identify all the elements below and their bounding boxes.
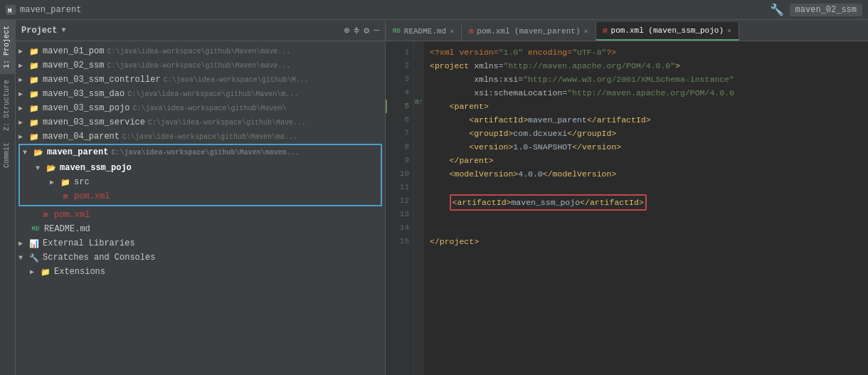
tree-item-path: C:\java\idea-workspace\github\Maven\mave… (111, 149, 299, 157)
sidebar-item-commit[interactable]: Commit (0, 137, 15, 174)
tab-pom-pojo[interactable]: m pom.xml (maven_ssm_pojo) ✕ (596, 22, 739, 41)
line-num-2: 2 (386, 59, 409, 73)
tree-item-label: Scratches and Consoles (43, 253, 155, 263)
settings-icon[interactable]: ⚙ (364, 25, 369, 36)
tree-item-path: C:\java\idea-workspace\github\Maven\mave… (107, 48, 290, 56)
tree-item-pom-parent[interactable]: m pom.xml (16, 208, 385, 222)
code-content[interactable]: <?xml version="1.0" encoding="UTF-8"?> <… (424, 41, 868, 375)
tree-item-src[interactable]: ▶ 📁 src (21, 175, 379, 189)
tree-item-label: maven_ssm_pojo (60, 163, 132, 173)
expand-arrow-icon: ▶ (18, 239, 28, 248)
folder-open-icon: 📂 (46, 162, 57, 174)
maven-file-icon: m (60, 191, 71, 202)
tree-item-path: C:\java\idea-workspace\github\Maven\ (132, 105, 286, 112)
line-num-12: 12 (386, 194, 409, 208)
tree-item-label: maven_parent (47, 147, 108, 157)
tab-pom-parent[interactable]: m pom.xml (maven_parent) ✕ (462, 22, 596, 41)
tree-item-label: maven_02_ssm (43, 60, 104, 70)
title-bar: M maven_parent 🔧 maven_02_ssm (0, 0, 868, 20)
tree-item-label: README.md (44, 224, 90, 234)
code-line-7: <groupId>com.dcxuexi</groupId> (430, 127, 862, 140)
tab-close-icon[interactable]: ✕ (450, 27, 454, 36)
tree-item-maven03-dao[interactable]: ▶ 📁 maven_03_ssm_dao C:\java\idea-worksp… (16, 87, 385, 101)
code-line-14 (430, 221, 862, 235)
project-header-icons: ⊕ ≑ ⚙ — (344, 25, 379, 36)
expand-arrow-icon: ▶ (18, 132, 28, 141)
tree-item-maven02[interactable]: ▶ 📁 maven_02_ssm C:\java\idea-workspace\… (16, 58, 385, 73)
tab-label: pom.xml (maven_parent) (477, 27, 580, 36)
md-file-icon: MD (393, 28, 401, 35)
tree-item-extensions[interactable]: ▶ 📁 Extensions (16, 265, 385, 279)
tree-item-path: C:\java\idea-workspace\github\M... (164, 76, 309, 84)
line-num-10: 10 (386, 167, 409, 181)
tree-item-label: maven_03_ssm_dao (43, 89, 125, 99)
tab-readme[interactable]: MD README.md ✕ (386, 22, 462, 41)
expand-arrow-icon: ▶ (50, 178, 60, 186)
editor-gutter: m↑ (414, 41, 424, 375)
folder-icon: 📁 (28, 117, 40, 128)
blue-selection-box: ▼ 📂 maven_ssm_pojo ▶ 📁 src m pom.xml (18, 159, 382, 206)
tab-close-icon[interactable]: ✕ (727, 26, 731, 35)
tree-item-scratches[interactable]: ▼ 🔧 Scratches and Consoles (16, 250, 385, 265)
active-file-indicator: maven_02_ssm (790, 4, 862, 16)
tree-item-label: maven_04_parent (43, 132, 120, 142)
code-line-15: </project> (430, 235, 862, 248)
project-panel-title: Project (21, 26, 57, 36)
line-num-8: 8 (386, 140, 409, 154)
code-line-8: <version>1.0-SNAPSHOT</version> (430, 140, 862, 154)
tree-item-path: C:\java\idea-workspace\github\Maven\ma..… (122, 133, 297, 141)
minimize-icon[interactable]: — (374, 25, 379, 36)
tab-label: pom.xml (maven_ssm_pojo) (611, 26, 724, 35)
tree-item-maven01[interactable]: ▶ 📁 maven_01_pom C:\java\idea-workspace\… (16, 44, 385, 58)
tree-item-maven03-pojo[interactable]: ▶ 📁 maven_03_ssm_pojo C:\java\idea-works… (16, 101, 385, 115)
main-area: 1: Project Z: Structure Commit Project ▼… (0, 20, 868, 375)
code-line-3: xmlns:xsi="http://www.w3.org/2001/XMLSch… (430, 73, 862, 86)
code-line-6: <artifactId>maven_parent</artifactId> (430, 113, 862, 127)
expand-arrow-icon: ▶ (18, 61, 28, 70)
expand-arrow-icon: ▼ (36, 164, 46, 172)
sidebar-item-project[interactable]: 1: Project (0, 20, 15, 74)
tree-item-maven-ssm-pojo[interactable]: ▼ 📂 maven_ssm_pojo (21, 161, 379, 175)
title-bar-right: 🔧 maven_02_ssm (770, 3, 862, 17)
tree-item-label: pom.xml (74, 191, 110, 201)
project-header: Project ▼ ⊕ ≑ ⚙ — (16, 20, 385, 41)
sidebar-item-structure[interactable]: Z: Structure (0, 74, 15, 137)
tree-item-label: Extensions (54, 267, 105, 277)
tree-item-readme[interactable]: MD README.md (16, 222, 385, 236)
sync-icon[interactable]: ⊕ (344, 25, 350, 36)
tab-close-icon[interactable]: ✕ (584, 27, 588, 36)
folder-icon: 📁 (28, 74, 40, 85)
collapse-icon[interactable]: ≑ (354, 25, 360, 36)
line-num-15: 15 (386, 235, 409, 248)
expand-arrow-icon: ▶ (18, 47, 28, 56)
tree-item-pom-pojo[interactable]: m pom.xml (21, 189, 379, 204)
tree-item-maven03-controller[interactable]: ▶ 📁 maven_03_ssm_controller C:\java\idea… (16, 73, 385, 87)
maven-file-icon: m (603, 27, 608, 35)
line-num-6: 6 (386, 113, 409, 127)
tree-item-external-libs[interactable]: ▶ 📊 External Libraries (16, 236, 385, 250)
maven-file-icon: m (40, 209, 51, 221)
tree-item-path: C:\java\idea-workspace\github\Maven\mave… (107, 62, 290, 70)
dropdown-arrow-icon[interactable]: ▼ (61, 26, 65, 34)
folder-icon: 📁 (60, 176, 71, 188)
line-num-3: 3 (386, 73, 409, 86)
wrench-icon: 🔧 (770, 3, 784, 17)
line-numbers: 1 2 3 4 5 6 7 8 9 10 11 12 13 14 15 (386, 41, 414, 375)
maven-file-icon: m (469, 28, 473, 36)
tree-item-label: maven_01_pom (43, 46, 104, 56)
tree-item-label: maven_03_ssm_service (43, 117, 145, 127)
line-num-5: 5 (386, 100, 409, 113)
line-num-7: 7 (386, 127, 409, 140)
tree-item-label: maven_03_ssm_pojo (43, 103, 129, 113)
tree-item-maven03-service[interactable]: ▶ 📁 maven_03_ssm_service C:\java\idea-wo… (16, 115, 385, 130)
line-num-13: 13 (386, 208, 409, 221)
tree-item-label: pom.xml (54, 210, 90, 220)
tree-item-maven-parent[interactable]: ▼ 📂 maven_parent C:\java\idea-workspace\… (18, 144, 382, 159)
expand-arrow-icon: ▶ (18, 90, 28, 98)
readme-file-icon: MD (30, 223, 41, 235)
folder-open-icon: 📂 (33, 147, 44, 158)
folder-icon: 📁 (40, 266, 51, 278)
code-line-11 (430, 181, 862, 194)
code-line-2: <project xmlns="http://maven.apache.org/… (430, 59, 862, 73)
tree-item-maven04-parent[interactable]: ▶ 📁 maven_04_parent C:\java\idea-workspa… (16, 130, 385, 144)
